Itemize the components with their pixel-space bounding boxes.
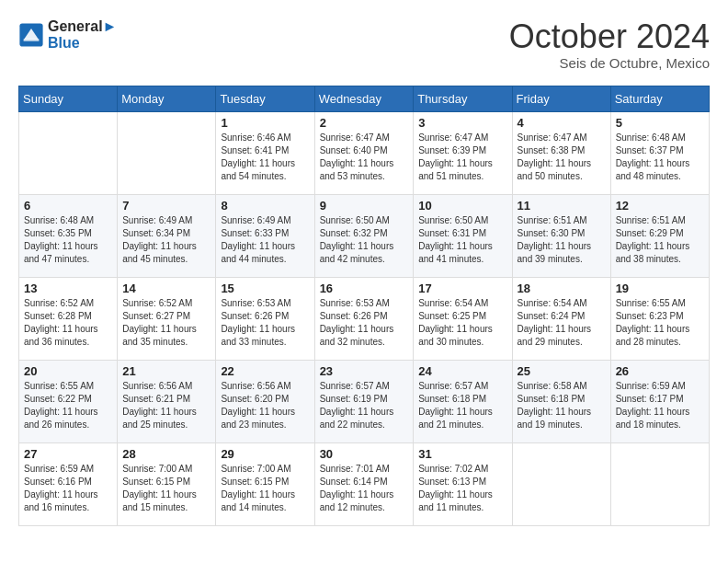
day-info: Sunrise: 6:47 AM Sunset: 6:38 PM Dayligh… — [518, 132, 606, 183]
day-number: 5 — [616, 116, 704, 130]
day-info: Sunrise: 6:53 AM Sunset: 6:26 PM Dayligh… — [221, 297, 309, 349]
day-info: Sunrise: 6:56 AM Sunset: 6:21 PM Dayligh… — [122, 380, 210, 431]
logo-icon — [18, 22, 44, 48]
calendar-cell: 14Sunrise: 6:52 AM Sunset: 6:27 PM Dayli… — [118, 277, 216, 360]
calendar-cell: 18Sunrise: 6:54 AM Sunset: 6:24 PM Dayli… — [512, 277, 610, 360]
day-info: Sunrise: 7:01 AM Sunset: 6:14 PM Dayligh… — [320, 463, 409, 514]
day-number: 17 — [418, 282, 506, 295]
day-number: 26 — [616, 364, 704, 378]
day-info: Sunrise: 6:57 AM Sunset: 6:19 PM Dayligh… — [320, 380, 409, 431]
day-number: 3 — [418, 116, 506, 130]
day-number: 24 — [418, 364, 506, 378]
day-number: 9 — [320, 199, 409, 213]
day-info: Sunrise: 6:54 AM Sunset: 6:25 PM Dayligh… — [418, 297, 506, 349]
calendar-cell: 17Sunrise: 6:54 AM Sunset: 6:25 PM Dayli… — [414, 277, 512, 360]
day-info: Sunrise: 6:56 AM Sunset: 6:20 PM Dayligh… — [221, 380, 309, 431]
day-info: Sunrise: 6:46 AM Sunset: 6:41 PM Dayligh… — [221, 132, 309, 183]
calendar-table: SundayMondayTuesdayWednesdayThursdayFrid… — [18, 86, 710, 526]
day-number: 27 — [24, 447, 112, 461]
calendar-cell: 27Sunrise: 6:59 AM Sunset: 6:16 PM Dayli… — [19, 442, 118, 525]
calendar-cell: 10Sunrise: 6:50 AM Sunset: 6:31 PM Dayli… — [414, 194, 512, 277]
day-info: Sunrise: 7:00 AM Sunset: 6:15 PM Dayligh… — [221, 463, 309, 514]
calendar-week-1: 1Sunrise: 6:46 AM Sunset: 6:41 PM Daylig… — [19, 111, 710, 194]
calendar-cell: 6Sunrise: 6:48 AM Sunset: 6:35 PM Daylig… — [19, 194, 118, 277]
day-info: Sunrise: 6:49 AM Sunset: 6:34 PM Dayligh… — [122, 214, 210, 266]
calendar-cell: 5Sunrise: 6:48 AM Sunset: 6:37 PM Daylig… — [610, 111, 709, 194]
day-info: Sunrise: 6:51 AM Sunset: 6:30 PM Dayligh… — [518, 214, 606, 266]
day-number: 29 — [221, 447, 309, 461]
svg-rect-2 — [24, 39, 40, 41]
day-info: Sunrise: 6:47 AM Sunset: 6:39 PM Dayligh… — [418, 132, 506, 183]
day-info: Sunrise: 7:00 AM Sunset: 6:15 PM Dayligh… — [122, 463, 210, 514]
calendar-cell: 29Sunrise: 7:00 AM Sunset: 6:15 PM Dayli… — [216, 442, 314, 525]
day-info: Sunrise: 6:55 AM Sunset: 6:22 PM Dayligh… — [24, 380, 112, 431]
calendar-week-3: 13Sunrise: 6:52 AM Sunset: 6:28 PM Dayli… — [19, 277, 710, 360]
month-title: October 2024 — [509, 18, 710, 55]
day-info: Sunrise: 6:52 AM Sunset: 6:27 PM Dayligh… — [122, 297, 210, 349]
header-day-sunday: Sunday — [19, 86, 118, 111]
calendar-cell: 28Sunrise: 7:00 AM Sunset: 6:15 PM Dayli… — [118, 442, 216, 525]
calendar-cell — [512, 442, 610, 525]
day-number: 20 — [24, 364, 112, 378]
day-number: 30 — [320, 447, 409, 461]
day-number: 11 — [518, 199, 606, 213]
day-number: 25 — [518, 364, 606, 378]
day-info: Sunrise: 6:47 AM Sunset: 6:40 PM Dayligh… — [320, 132, 409, 183]
day-info: Sunrise: 6:50 AM Sunset: 6:31 PM Dayligh… — [418, 214, 506, 266]
day-info: Sunrise: 6:58 AM Sunset: 6:18 PM Dayligh… — [518, 380, 606, 431]
day-number: 10 — [418, 199, 506, 213]
day-info: Sunrise: 6:51 AM Sunset: 6:29 PM Dayligh… — [616, 214, 704, 266]
calendar-cell: 30Sunrise: 7:01 AM Sunset: 6:14 PM Dayli… — [314, 442, 414, 525]
header-day-thursday: Thursday — [414, 86, 512, 111]
day-number: 13 — [24, 282, 112, 295]
day-number: 22 — [221, 364, 309, 378]
logo: General► Blue — [18, 18, 117, 51]
day-number: 23 — [320, 364, 409, 378]
calendar-cell: 2Sunrise: 6:47 AM Sunset: 6:40 PM Daylig… — [314, 111, 414, 194]
calendar-week-5: 27Sunrise: 6:59 AM Sunset: 6:16 PM Dayli… — [19, 442, 710, 525]
calendar-cell: 15Sunrise: 6:53 AM Sunset: 6:26 PM Dayli… — [216, 277, 314, 360]
day-number: 2 — [320, 116, 409, 130]
calendar-cell: 16Sunrise: 6:53 AM Sunset: 6:26 PM Dayli… — [314, 277, 414, 360]
header-day-monday: Monday — [118, 86, 216, 111]
header-day-friday: Friday — [512, 86, 610, 111]
calendar-cell: 8Sunrise: 6:49 AM Sunset: 6:33 PM Daylig… — [216, 194, 314, 277]
day-number: 1 — [221, 116, 309, 130]
day-number: 12 — [616, 199, 704, 213]
day-number: 31 — [418, 447, 506, 461]
day-info: Sunrise: 6:55 AM Sunset: 6:23 PM Dayligh… — [616, 297, 704, 349]
calendar-cell: 12Sunrise: 6:51 AM Sunset: 6:29 PM Dayli… — [610, 194, 709, 277]
header: General► Blue October 2024 Seis de Octub… — [18, 18, 710, 71]
day-info: Sunrise: 6:48 AM Sunset: 6:37 PM Dayligh… — [616, 132, 704, 183]
calendar-cell: 7Sunrise: 6:49 AM Sunset: 6:34 PM Daylig… — [118, 194, 216, 277]
day-info: Sunrise: 7:02 AM Sunset: 6:13 PM Dayligh… — [418, 463, 506, 514]
day-number: 6 — [24, 199, 112, 213]
calendar-cell: 13Sunrise: 6:52 AM Sunset: 6:28 PM Dayli… — [19, 277, 118, 360]
day-number: 18 — [518, 282, 606, 295]
calendar-cell: 9Sunrise: 6:50 AM Sunset: 6:32 PM Daylig… — [314, 194, 414, 277]
calendar-body: 1Sunrise: 6:46 AM Sunset: 6:41 PM Daylig… — [19, 111, 710, 525]
day-number: 19 — [616, 282, 704, 295]
calendar-cell: 4Sunrise: 6:47 AM Sunset: 6:38 PM Daylig… — [512, 111, 610, 194]
day-info: Sunrise: 6:52 AM Sunset: 6:28 PM Dayligh… — [24, 297, 112, 349]
calendar-cell — [118, 111, 216, 194]
title-area: October 2024 Seis de Octubre, Mexico — [509, 18, 710, 71]
calendar-cell: 22Sunrise: 6:56 AM Sunset: 6:20 PM Dayli… — [216, 360, 314, 442]
day-info: Sunrise: 6:54 AM Sunset: 6:24 PM Dayligh… — [518, 297, 606, 349]
day-number: 21 — [122, 364, 210, 378]
day-info: Sunrise: 6:59 AM Sunset: 6:16 PM Dayligh… — [24, 463, 112, 514]
calendar-header-row: SundayMondayTuesdayWednesdayThursdayFrid… — [19, 86, 710, 111]
day-info: Sunrise: 6:50 AM Sunset: 6:32 PM Dayligh… — [320, 214, 409, 266]
calendar-cell: 3Sunrise: 6:47 AM Sunset: 6:39 PM Daylig… — [414, 111, 512, 194]
location-subtitle: Seis de Octubre, Mexico — [509, 55, 710, 71]
day-number: 15 — [221, 282, 309, 295]
calendar-cell — [610, 442, 709, 525]
calendar-cell: 1Sunrise: 6:46 AM Sunset: 6:41 PM Daylig… — [216, 111, 314, 194]
day-info: Sunrise: 6:59 AM Sunset: 6:17 PM Dayligh… — [616, 380, 704, 431]
calendar-cell: 11Sunrise: 6:51 AM Sunset: 6:30 PM Dayli… — [512, 194, 610, 277]
calendar-week-2: 6Sunrise: 6:48 AM Sunset: 6:35 PM Daylig… — [19, 194, 710, 277]
header-day-tuesday: Tuesday — [216, 86, 314, 111]
day-number: 14 — [122, 282, 210, 295]
calendar-cell: 25Sunrise: 6:58 AM Sunset: 6:18 PM Dayli… — [512, 360, 610, 442]
day-number: 7 — [122, 199, 210, 213]
